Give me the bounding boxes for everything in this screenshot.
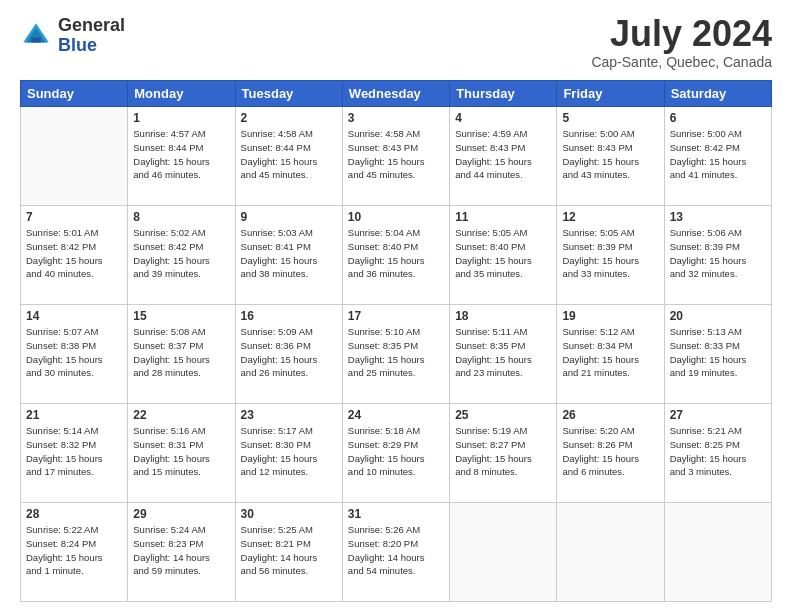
calendar-cell: 10Sunrise: 5:04 AMSunset: 8:40 PMDayligh… xyxy=(342,206,449,305)
day-number: 31 xyxy=(348,507,444,521)
day-info: Sunrise: 5:08 AMSunset: 8:37 PMDaylight:… xyxy=(133,325,229,380)
day-number: 10 xyxy=(348,210,444,224)
calendar-cell: 6Sunrise: 5:00 AMSunset: 8:42 PMDaylight… xyxy=(664,107,771,206)
col-wednesday: Wednesday xyxy=(342,81,449,107)
title-block: July 2024 Cap-Sante, Quebec, Canada xyxy=(591,16,772,70)
day-info: Sunrise: 4:57 AMSunset: 8:44 PMDaylight:… xyxy=(133,127,229,182)
calendar-cell: 27Sunrise: 5:21 AMSunset: 8:25 PMDayligh… xyxy=(664,404,771,503)
day-number: 27 xyxy=(670,408,766,422)
col-friday: Friday xyxy=(557,81,664,107)
page-header: General Blue July 2024 Cap-Sante, Quebec… xyxy=(20,16,772,70)
day-number: 29 xyxy=(133,507,229,521)
day-info: Sunrise: 5:13 AMSunset: 8:33 PMDaylight:… xyxy=(670,325,766,380)
col-tuesday: Tuesday xyxy=(235,81,342,107)
day-info: Sunrise: 4:58 AMSunset: 8:44 PMDaylight:… xyxy=(241,127,337,182)
day-number: 1 xyxy=(133,111,229,125)
logo-blue: Blue xyxy=(58,36,125,56)
day-number: 22 xyxy=(133,408,229,422)
day-info: Sunrise: 5:11 AMSunset: 8:35 PMDaylight:… xyxy=(455,325,551,380)
day-info: Sunrise: 5:20 AMSunset: 8:26 PMDaylight:… xyxy=(562,424,658,479)
calendar-cell: 18Sunrise: 5:11 AMSunset: 8:35 PMDayligh… xyxy=(450,305,557,404)
calendar-cell: 3Sunrise: 4:58 AMSunset: 8:43 PMDaylight… xyxy=(342,107,449,206)
calendar-cell: 28Sunrise: 5:22 AMSunset: 8:24 PMDayligh… xyxy=(21,503,128,602)
day-info: Sunrise: 5:19 AMSunset: 8:27 PMDaylight:… xyxy=(455,424,551,479)
calendar-week-4: 21Sunrise: 5:14 AMSunset: 8:32 PMDayligh… xyxy=(21,404,772,503)
day-info: Sunrise: 5:04 AMSunset: 8:40 PMDaylight:… xyxy=(348,226,444,281)
calendar-cell: 20Sunrise: 5:13 AMSunset: 8:33 PMDayligh… xyxy=(664,305,771,404)
col-monday: Monday xyxy=(128,81,235,107)
day-number: 7 xyxy=(26,210,122,224)
col-sunday: Sunday xyxy=(21,81,128,107)
calendar-cell: 31Sunrise: 5:26 AMSunset: 8:20 PMDayligh… xyxy=(342,503,449,602)
calendar-cell: 8Sunrise: 5:02 AMSunset: 8:42 PMDaylight… xyxy=(128,206,235,305)
calendar-table: Sunday Monday Tuesday Wednesday Thursday… xyxy=(20,80,772,602)
day-number: 2 xyxy=(241,111,337,125)
col-thursday: Thursday xyxy=(450,81,557,107)
day-info: Sunrise: 5:21 AMSunset: 8:25 PMDaylight:… xyxy=(670,424,766,479)
logo-text: General Blue xyxy=(58,16,125,56)
calendar-cell: 7Sunrise: 5:01 AMSunset: 8:42 PMDaylight… xyxy=(21,206,128,305)
calendar-cell: 4Sunrise: 4:59 AMSunset: 8:43 PMDaylight… xyxy=(450,107,557,206)
month-year: July 2024 xyxy=(591,16,772,52)
day-info: Sunrise: 5:26 AMSunset: 8:20 PMDaylight:… xyxy=(348,523,444,578)
day-info: Sunrise: 5:25 AMSunset: 8:21 PMDaylight:… xyxy=(241,523,337,578)
calendar-cell: 1Sunrise: 4:57 AMSunset: 8:44 PMDaylight… xyxy=(128,107,235,206)
svg-rect-2 xyxy=(31,37,41,42)
calendar-cell: 21Sunrise: 5:14 AMSunset: 8:32 PMDayligh… xyxy=(21,404,128,503)
calendar-cell: 5Sunrise: 5:00 AMSunset: 8:43 PMDaylight… xyxy=(557,107,664,206)
calendar-week-2: 7Sunrise: 5:01 AMSunset: 8:42 PMDaylight… xyxy=(21,206,772,305)
day-info: Sunrise: 5:05 AMSunset: 8:39 PMDaylight:… xyxy=(562,226,658,281)
calendar-body: 1Sunrise: 4:57 AMSunset: 8:44 PMDaylight… xyxy=(21,107,772,602)
day-info: Sunrise: 5:00 AMSunset: 8:42 PMDaylight:… xyxy=(670,127,766,182)
calendar-cell: 16Sunrise: 5:09 AMSunset: 8:36 PMDayligh… xyxy=(235,305,342,404)
calendar-cell: 24Sunrise: 5:18 AMSunset: 8:29 PMDayligh… xyxy=(342,404,449,503)
calendar-cell xyxy=(557,503,664,602)
calendar-cell: 23Sunrise: 5:17 AMSunset: 8:30 PMDayligh… xyxy=(235,404,342,503)
calendar-cell: 14Sunrise: 5:07 AMSunset: 8:38 PMDayligh… xyxy=(21,305,128,404)
day-info: Sunrise: 5:10 AMSunset: 8:35 PMDaylight:… xyxy=(348,325,444,380)
day-number: 30 xyxy=(241,507,337,521)
day-number: 25 xyxy=(455,408,551,422)
day-number: 15 xyxy=(133,309,229,323)
calendar-cell: 25Sunrise: 5:19 AMSunset: 8:27 PMDayligh… xyxy=(450,404,557,503)
calendar-cell: 26Sunrise: 5:20 AMSunset: 8:26 PMDayligh… xyxy=(557,404,664,503)
day-number: 4 xyxy=(455,111,551,125)
day-number: 9 xyxy=(241,210,337,224)
calendar-cell: 19Sunrise: 5:12 AMSunset: 8:34 PMDayligh… xyxy=(557,305,664,404)
calendar-cell: 2Sunrise: 4:58 AMSunset: 8:44 PMDaylight… xyxy=(235,107,342,206)
day-number: 24 xyxy=(348,408,444,422)
day-info: Sunrise: 5:12 AMSunset: 8:34 PMDaylight:… xyxy=(562,325,658,380)
day-info: Sunrise: 4:58 AMSunset: 8:43 PMDaylight:… xyxy=(348,127,444,182)
day-number: 20 xyxy=(670,309,766,323)
day-number: 11 xyxy=(455,210,551,224)
logo-icon xyxy=(20,20,52,52)
day-info: Sunrise: 5:17 AMSunset: 8:30 PMDaylight:… xyxy=(241,424,337,479)
day-info: Sunrise: 5:05 AMSunset: 8:40 PMDaylight:… xyxy=(455,226,551,281)
day-info: Sunrise: 5:18 AMSunset: 8:29 PMDaylight:… xyxy=(348,424,444,479)
calendar-cell: 11Sunrise: 5:05 AMSunset: 8:40 PMDayligh… xyxy=(450,206,557,305)
day-info: Sunrise: 5:06 AMSunset: 8:39 PMDaylight:… xyxy=(670,226,766,281)
day-number: 8 xyxy=(133,210,229,224)
calendar-cell: 13Sunrise: 5:06 AMSunset: 8:39 PMDayligh… xyxy=(664,206,771,305)
day-info: Sunrise: 5:00 AMSunset: 8:43 PMDaylight:… xyxy=(562,127,658,182)
calendar-cell xyxy=(664,503,771,602)
calendar-week-1: 1Sunrise: 4:57 AMSunset: 8:44 PMDaylight… xyxy=(21,107,772,206)
day-info: Sunrise: 5:14 AMSunset: 8:32 PMDaylight:… xyxy=(26,424,122,479)
day-info: Sunrise: 5:07 AMSunset: 8:38 PMDaylight:… xyxy=(26,325,122,380)
logo-general: General xyxy=(58,16,125,36)
day-number: 19 xyxy=(562,309,658,323)
day-info: Sunrise: 4:59 AMSunset: 8:43 PMDaylight:… xyxy=(455,127,551,182)
calendar-cell: 17Sunrise: 5:10 AMSunset: 8:35 PMDayligh… xyxy=(342,305,449,404)
logo: General Blue xyxy=(20,16,125,56)
location: Cap-Sante, Quebec, Canada xyxy=(591,54,772,70)
day-number: 28 xyxy=(26,507,122,521)
calendar-cell: 22Sunrise: 5:16 AMSunset: 8:31 PMDayligh… xyxy=(128,404,235,503)
day-info: Sunrise: 5:09 AMSunset: 8:36 PMDaylight:… xyxy=(241,325,337,380)
day-number: 3 xyxy=(348,111,444,125)
day-number: 23 xyxy=(241,408,337,422)
calendar-cell: 12Sunrise: 5:05 AMSunset: 8:39 PMDayligh… xyxy=(557,206,664,305)
day-info: Sunrise: 5:24 AMSunset: 8:23 PMDaylight:… xyxy=(133,523,229,578)
day-info: Sunrise: 5:03 AMSunset: 8:41 PMDaylight:… xyxy=(241,226,337,281)
calendar-cell: 29Sunrise: 5:24 AMSunset: 8:23 PMDayligh… xyxy=(128,503,235,602)
calendar-cell xyxy=(450,503,557,602)
